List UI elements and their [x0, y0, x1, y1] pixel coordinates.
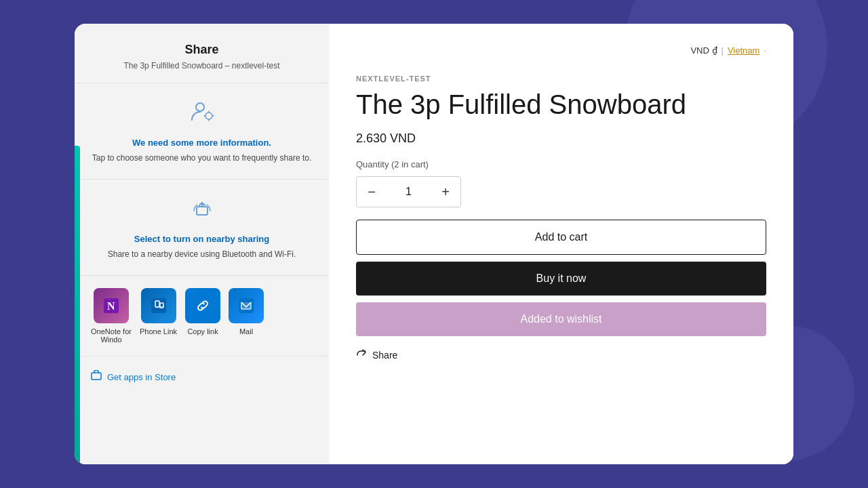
nearby-description: Share to a nearby device using Bluetooth…	[91, 248, 313, 260]
main-card: Share The 3p Fulfilled Snowboard – nextl…	[75, 24, 793, 464]
info-description: Tap to choose someone who you want to fr…	[91, 152, 313, 164]
dot-separator: ·	[764, 45, 766, 56]
product-price: 2.630 VND	[356, 131, 766, 146]
quantity-increase-button[interactable]: +	[431, 177, 460, 207]
currency-bar: VND ₫ | Vietnam ·	[356, 45, 766, 56]
get-apps-link[interactable]: Get apps in Store	[75, 357, 329, 397]
svg-rect-13	[195, 298, 210, 313]
svg-rect-6	[197, 207, 208, 215]
share-title: Share	[91, 43, 313, 57]
apps-grid: N OneNote for Windo	[91, 288, 313, 344]
quantity-decrease-button[interactable]: −	[357, 177, 387, 207]
product-title: The 3p Fulfilled Snowboard	[356, 88, 766, 121]
quantity-control: − 1 +	[356, 176, 461, 207]
share-product-icon	[356, 348, 367, 362]
info-section[interactable]: We need some more information. Tap to ch…	[75, 83, 329, 180]
share-header: Share The 3p Fulfilled Snowboard – nextl…	[75, 24, 329, 83]
apps-section: N OneNote for Windo	[75, 276, 329, 357]
store-icon	[91, 370, 102, 384]
phonelink-icon	[141, 288, 176, 323]
add-to-cart-button[interactable]: Add to cart	[356, 220, 766, 255]
app-phonelink[interactable]: Phone Link	[140, 288, 177, 344]
country-text[interactable]: Vietnam	[728, 45, 760, 56]
copylink-icon	[185, 288, 220, 323]
mail-icon	[229, 288, 264, 323]
app-onenote[interactable]: N OneNote for Windo	[91, 288, 132, 344]
share-product-label: Share	[372, 350, 397, 361]
currency-divider: |	[722, 45, 724, 56]
share-subtitle: The 3p Fulfilled Snowboard – nextlevel-t…	[91, 61, 313, 70]
info-link-text[interactable]: We need some more information.	[91, 138, 313, 148]
currency-text: VND ₫	[690, 45, 717, 56]
svg-rect-19	[92, 373, 101, 380]
svg-point-1	[205, 113, 212, 119]
get-apps-text: Get apps in Store	[107, 372, 176, 382]
app-mail[interactable]: Mail	[229, 288, 264, 344]
onenote-icon: N	[94, 288, 129, 323]
nearby-link-text[interactable]: Select to turn on nearby sharing	[91, 234, 313, 244]
quantity-value: 1	[387, 186, 431, 198]
phonelink-label: Phone Link	[140, 327, 177, 336]
onenote-label: OneNote for Windo	[91, 327, 132, 344]
copylink-label: Copy link	[187, 327, 218, 336]
share-link[interactable]: Share	[356, 348, 766, 362]
svg-point-0	[196, 103, 204, 111]
nearby-section[interactable]: Select to turn on nearby sharing Share t…	[75, 180, 329, 276]
wishlist-button[interactable]: Added to wishlist	[356, 302, 766, 336]
product-panel: VND ₫ | Vietnam · NEXTLEVEL-TEST The 3p …	[329, 24, 793, 464]
person-icon	[91, 98, 313, 131]
buy-now-button[interactable]: Buy it now	[356, 262, 766, 296]
brand-label: NEXTLEVEL-TEST	[356, 75, 766, 83]
nearby-share-icon	[91, 195, 313, 227]
share-panel: Share The 3p Fulfilled Snowboard – nextl…	[75, 24, 329, 464]
mail-label: Mail	[239, 327, 253, 336]
app-copylink[interactable]: Copy link	[185, 288, 220, 344]
svg-text:N: N	[107, 300, 115, 312]
quantity-label: Quantity (2 in cart)	[356, 159, 766, 169]
